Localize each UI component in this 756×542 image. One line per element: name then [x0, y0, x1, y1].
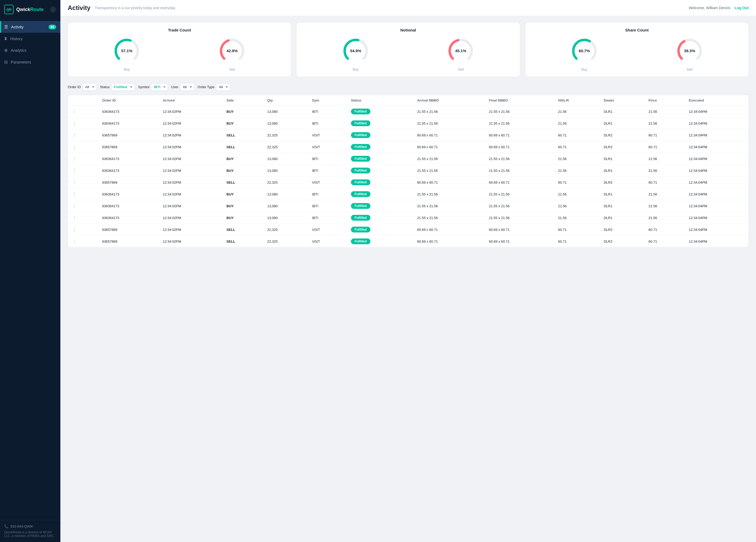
table-row: ⋮63636417312:34:02PMBUY13,080IBTIFulfill…: [68, 212, 748, 224]
order-type-select[interactable]: All: [216, 83, 230, 91]
cell-final_nbbo: 60.69 x 60.71: [485, 177, 554, 188]
cell-status: Fulfilled: [347, 165, 413, 177]
cell-arrived: 12:34:02PM: [159, 188, 222, 200]
cell-side: BUY: [222, 153, 263, 165]
svg-text:57.1%: 57.1%: [121, 49, 133, 53]
cell-price: 60.71: [644, 141, 685, 153]
cell-arrived: 12:34:02PM: [159, 177, 222, 188]
page-title: Activity: [68, 4, 91, 12]
logout-button[interactable]: Log Out: [734, 6, 749, 10]
cell-final_nbbo: 60.69 x 60.71: [485, 236, 554, 248]
metric-card-notional: Notional54.9%Buy45.1%Sell: [296, 22, 520, 77]
row-menu-icon[interactable]: ⋮: [72, 145, 76, 149]
cell-dealer: DLR1: [600, 188, 644, 200]
col-hit-lift: Hit/Lift: [554, 95, 600, 106]
col-price: Price: [644, 95, 685, 106]
row-menu-icon[interactable]: ⋮: [72, 204, 76, 208]
cell-executed: 12:34:04PM: [685, 177, 748, 188]
table-row: ⋮63636417312:34:02PMBUY13,080IBTIFulfill…: [68, 118, 748, 129]
cell-id: 63657869: [98, 129, 159, 141]
cell-sym: IBTI: [308, 153, 347, 165]
status-badge: Fulfilled: [351, 132, 370, 138]
cell-price: 21.56: [644, 188, 685, 200]
cell-dealer: DLR2: [600, 177, 644, 188]
cell-final_nbbo: 21.55 x 21.56: [485, 153, 554, 165]
cell-price: 60.71: [644, 177, 685, 188]
svg-text:60.7%: 60.7%: [579, 49, 590, 53]
cell-hit_lift: 60.71: [554, 224, 600, 236]
cell-id: 636364173: [98, 200, 159, 212]
cell-id: 636364173: [98, 188, 159, 200]
table-row: ⋮63636417312:34:02PMBUY13,080IBTIFulfill…: [68, 165, 748, 177]
cell-final_nbbo: 21.55 x 21.56: [485, 118, 554, 129]
cell-side: BUY: [222, 165, 263, 177]
row-menu-icon[interactable]: ⋮: [72, 109, 76, 114]
cell-final_nbbo: 21.55 x 21.56: [485, 200, 554, 212]
parameters-label: Parameters: [11, 60, 31, 64]
sidebar-item-analytics[interactable]: ⊕ Analytics: [0, 44, 60, 56]
gauge-sell-label: Sell: [458, 67, 464, 71]
cell-sym: VGIT: [308, 141, 347, 153]
symbol-select[interactable]: IBTI: [151, 83, 168, 91]
cell-arrived: 12:34:02PM: [159, 165, 222, 177]
analytics-label: Analytics: [11, 48, 27, 53]
cell-dealer: DLR1: [600, 106, 644, 118]
svg-text:54.9%: 54.9%: [350, 49, 361, 53]
cell-final_nbbo: 21.55 x 21.56: [485, 165, 554, 177]
sidebar-footer: 📞 833-844-QWIK QwickRoute is a division …: [0, 520, 60, 542]
row-menu-icon[interactable]: ⋮: [72, 121, 76, 126]
cell-arrived: 12:34:02PM: [159, 236, 222, 248]
cell-dealer: DLR1: [600, 212, 644, 224]
row-menu-icon[interactable]: ⋮: [72, 157, 76, 161]
row-menu-icon[interactable]: ⋮: [72, 133, 76, 138]
row-menu-icon[interactable]: ⋮: [72, 216, 76, 220]
table-row: ⋮63636417312:34:02PMBUY13,080IBTIFulfill…: [68, 200, 748, 212]
sidebar-item-parameters[interactable]: ⊟ Parameters: [0, 56, 60, 68]
phone-icon: 📞: [4, 524, 8, 528]
order-id-select[interactable]: All: [82, 83, 97, 91]
svg-text:39.3%: 39.3%: [684, 49, 695, 53]
activity-label: Activity: [11, 25, 24, 29]
row-menu-icon[interactable]: ⋮: [72, 192, 76, 197]
metric-gauges: 60.7%Buy39.3%Sell: [532, 36, 742, 71]
cell-arrival_nbbo: 21.55 x 21.56: [413, 200, 485, 212]
sidebar-item-activity[interactable]: ☰ Activity 83: [0, 21, 60, 33]
cell-price: 21.56: [644, 212, 685, 224]
sidebar-collapse-button[interactable]: ‹: [50, 6, 56, 13]
status-badge: Fulfilled: [351, 215, 370, 221]
cell-arrival_nbbo: 21.55 x 21.56: [413, 106, 485, 118]
cell-status: Fulfilled: [347, 188, 413, 200]
row-menu-icon[interactable]: ⋮: [72, 180, 76, 185]
col-qty: Qty: [263, 95, 308, 106]
cell-dealer: DLR1: [600, 153, 644, 165]
gauge-buy: 54.9%Buy: [341, 36, 370, 71]
cell-executed: 12:34:04PM: [685, 129, 748, 141]
cell-final_nbbo: 60.69 x 60.71: [485, 141, 554, 153]
cell-sym: VGIT: [308, 236, 347, 248]
cell-dealer: DLR2: [600, 236, 644, 248]
logo-icon: QR: [4, 5, 14, 14]
cell-hit_lift: 21.56: [554, 212, 600, 224]
svg-text:45.1%: 45.1%: [455, 49, 466, 53]
cell-hit_lift: 60.71: [554, 236, 600, 248]
row-menu-icon[interactable]: ⋮: [72, 228, 76, 232]
cell-arrived: 12:34:02PM: [159, 106, 222, 118]
cell-arrival_nbbo: 21.55 x 21.56: [413, 188, 485, 200]
cell-qty: 13,080: [263, 165, 308, 177]
cell-side: BUY: [222, 188, 263, 200]
table-row: ⋮63636417312:34:02PMBUY13,080IBTIFulfill…: [68, 188, 748, 200]
legal-text: QwickRoute is a division of MCAP LLC, a …: [4, 530, 56, 538]
row-menu-icon[interactable]: ⋮: [72, 169, 76, 173]
cell-side: BUY: [222, 118, 263, 129]
cell-hit_lift: 21.56: [554, 153, 600, 165]
cell-hit_lift: 60.71: [554, 177, 600, 188]
data-table-card: Order ID Arrived Side Qty Sym Status Arr…: [68, 95, 749, 248]
row-menu-icon[interactable]: ⋮: [72, 239, 76, 244]
cell-arrived: 12:34:02PM: [159, 129, 222, 141]
user-select[interactable]: All: [180, 83, 195, 91]
cell-arrival_nbbo: 60.69 x 60.71: [413, 224, 485, 236]
content-area: Trade Count57.1%Buy42.9%SellNotional54.9…: [60, 16, 756, 542]
status-select[interactable]: Fulfilled: [111, 83, 135, 91]
sidebar-item-history[interactable]: ⧗ History: [0, 33, 60, 44]
metric-gauges: 54.9%Buy45.1%Sell: [303, 36, 513, 71]
